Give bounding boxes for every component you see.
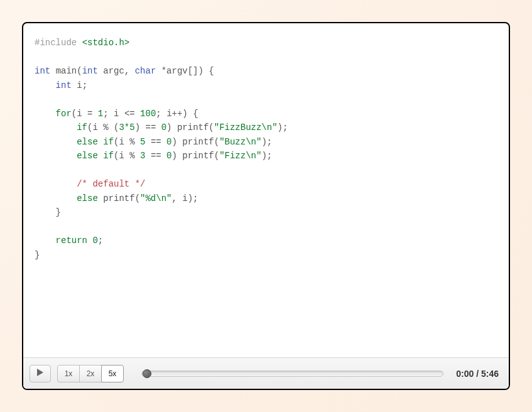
speed-1x-button[interactable]: 1x bbox=[57, 365, 80, 382]
player-controls: 1x 2x 5x 0:00 / 5:46 bbox=[23, 357, 509, 389]
time-total: 5:46 bbox=[481, 369, 499, 379]
include-header: <stdio.h> bbox=[82, 38, 130, 48]
comment-default: /* default */ bbox=[77, 179, 145, 189]
code-display: #include <stdio.h> int main(int argc, ch… bbox=[23, 23, 509, 357]
kw-else: else bbox=[77, 137, 98, 147]
play-icon bbox=[37, 369, 43, 378]
kw-int: int bbox=[35, 66, 50, 76]
kw-int: int bbox=[56, 80, 72, 90]
seek-thumb[interactable] bbox=[143, 369, 151, 378]
speed-selector: 1x 2x 5x bbox=[57, 365, 124, 382]
time-current: 0:00 bbox=[456, 369, 474, 379]
kw-char: char bbox=[135, 66, 156, 76]
playback-player: #include <stdio.h> int main(int argc, ch… bbox=[22, 22, 510, 390]
kw-else: else bbox=[77, 151, 98, 161]
play-button[interactable] bbox=[30, 365, 51, 382]
kw-else: else bbox=[77, 193, 98, 203]
kw-int: int bbox=[82, 66, 98, 76]
speed-5x-button[interactable]: 5x bbox=[101, 365, 124, 382]
kw-for: for bbox=[56, 109, 72, 119]
str-fizz: "Fizz\n" bbox=[219, 151, 261, 161]
str-fmt: "%d\n" bbox=[140, 193, 171, 203]
preproc-directive: #include bbox=[35, 38, 77, 48]
speed-2x-button[interactable]: 2x bbox=[79, 365, 102, 382]
str-fizzbuzz: "FizzBuzz\n" bbox=[214, 122, 278, 133]
kw-if: if bbox=[77, 122, 87, 133]
kw-return: return bbox=[56, 236, 87, 246]
seek-slider[interactable] bbox=[141, 371, 443, 377]
str-buzz: "Buzz\n" bbox=[219, 137, 261, 147]
kw-if: if bbox=[103, 151, 114, 161]
fn-main: main bbox=[56, 66, 77, 76]
kw-if: if bbox=[103, 137, 114, 147]
time-sep: / bbox=[474, 369, 481, 379]
time-display: 0:00 / 5:46 bbox=[456, 369, 499, 379]
